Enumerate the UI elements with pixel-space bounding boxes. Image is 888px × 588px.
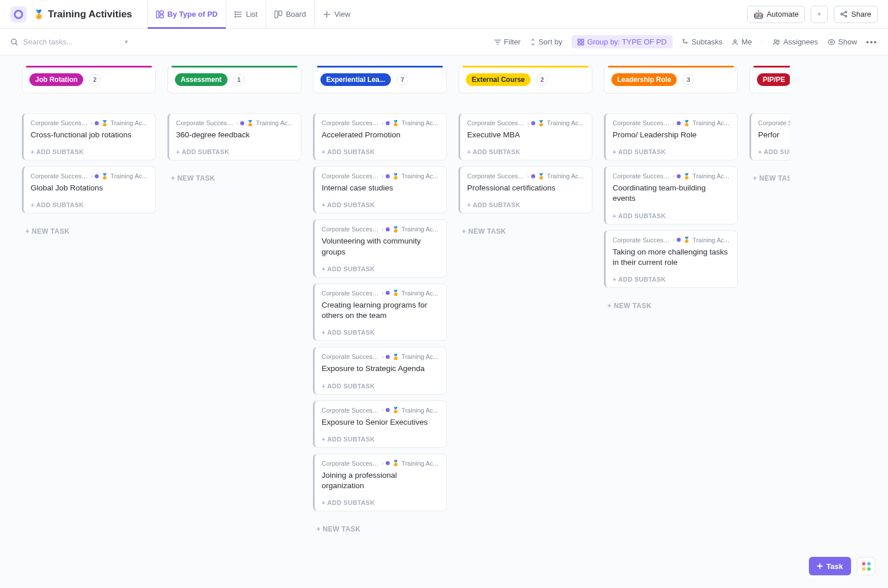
search-input[interactable] [23, 38, 120, 46]
column-header[interactable]: Assessment1 [167, 66, 301, 93]
board: Job Rotation2Corporate Succession ...›🏅T… [0, 55, 888, 546]
add-subtask-button[interactable]: + ADD SUBTASK [613, 212, 730, 219]
add-subtask-button[interactable]: + ADD SUBTASK [322, 499, 439, 506]
svg-point-30 [774, 40, 777, 42]
share-label: Share [851, 10, 871, 18]
column-header[interactable]: Experiential Lea...7 [313, 66, 447, 93]
view-tab-by-type[interactable]: By Type of PD [147, 0, 226, 29]
new-task-button[interactable]: + NEW TASK [458, 225, 592, 238]
chevron-right-icon: › [382, 460, 383, 466]
task-card[interactable]: Corporate Succession ...›🏅Training Ac...… [458, 113, 592, 160]
medal-icon: 🏅 [247, 120, 253, 126]
add-subtask-button[interactable]: + ADD SUBTASK [758, 148, 790, 155]
chevron-right-icon: › [382, 407, 383, 413]
task-card[interactable]: Corporate Succession ...›🏅Training Ac...… [749, 113, 790, 160]
card-title: Exposure to Strategic Agenda [322, 364, 439, 374]
breadcrumb-parent: Corporate Succession ... [613, 119, 670, 126]
add-subtask-button[interactable]: + ADD SUBTASK [176, 148, 294, 155]
share-button[interactable]: Share [834, 6, 878, 23]
more-button[interactable]: ••• [866, 38, 878, 46]
sort-label: Sort by [539, 38, 562, 46]
new-task-button[interactable]: + NEW TASK [22, 225, 156, 238]
add-subtask-button[interactable]: + ADD SUBTASK [322, 201, 439, 208]
task-card[interactable]: Corporate Succession ...›🏅Training Ac...… [313, 454, 447, 511]
task-card[interactable]: Corporate Succession ...›🏅Training Ac...… [167, 113, 301, 160]
sort-button[interactable]: Sort by [530, 38, 562, 46]
new-task-button[interactable]: + NEW TASK [167, 172, 301, 185]
column-accent-line [608, 66, 734, 68]
task-card[interactable]: Corporate Succession ...›🏅Training Ac...… [313, 283, 447, 341]
task-card[interactable]: Corporate Succession ...›🏅Training Ac...… [604, 230, 738, 288]
app-logo[interactable] [10, 6, 27, 23]
task-card[interactable]: Corporate Succession ...›🏅Training Ac...… [313, 113, 447, 160]
breadcrumb-child: Training Ac... [110, 119, 147, 126]
view-tab-list[interactable]: List [226, 0, 266, 29]
new-task-button[interactable]: Task [809, 557, 851, 575]
card-breadcrumb: Corporate Succession ...›🏅Training Ac... [322, 119, 439, 126]
add-subtask-button[interactable]: + ADD SUBTASK [613, 148, 730, 155]
column-count-badge: 1 [233, 74, 245, 85]
chevron-down-icon[interactable]: ▾ [125, 38, 128, 46]
task-card[interactable]: Corporate Succession ...›🏅Training Ac...… [313, 166, 447, 214]
apps-button[interactable] [857, 557, 875, 575]
task-card[interactable]: Corporate Succession ...›🏅Training Ac...… [604, 166, 738, 224]
add-subtask-button[interactable]: + ADD SUBTASK [31, 201, 148, 208]
add-subtask-button[interactable]: + ADD SUBTASK [613, 276, 730, 283]
page-title: 🏅 Training Activities [33, 9, 132, 20]
new-task-button[interactable]: + NEW TASK [749, 172, 790, 185]
column-tag: External Course [466, 73, 531, 86]
card-breadcrumb: Corporate Succession ...›🏅Training Ac... [176, 119, 294, 126]
add-subtask-button[interactable]: + ADD SUBTASK [322, 329, 439, 336]
show-button[interactable]: Show [827, 38, 857, 46]
card-breadcrumb: Corporate Succession ...›🏅Training Ac... [322, 173, 439, 179]
status-dot-icon [95, 174, 99, 178]
filter-button[interactable]: Filter [494, 38, 521, 46]
view-tab-label: View [334, 10, 350, 18]
subtasks-button[interactable]: Subtasks [682, 38, 722, 46]
subtasks-label: Subtasks [692, 38, 722, 46]
task-card[interactable]: Corporate Succession ...›🏅Training Ac...… [313, 219, 447, 277]
add-subtask-button[interactable]: + ADD SUBTASK [31, 148, 148, 155]
task-card[interactable]: Corporate Succession ...›🏅Training Ac...… [458, 166, 592, 214]
column-header[interactable]: Job Rotation2 [22, 66, 156, 93]
more-icon: ••• [866, 38, 878, 46]
card-breadcrumb: Corporate Succession ...›🏅Training Ac... [758, 119, 790, 126]
assignees-button[interactable]: Assignees [773, 38, 818, 46]
status-dot-icon [386, 174, 390, 178]
automate-dropdown-button[interactable]: ▾ [811, 6, 828, 23]
add-subtask-button[interactable]: + ADD SUBTASK [322, 436, 439, 443]
new-task-button[interactable]: + NEW TASK [604, 299, 738, 312]
new-task-button[interactable]: + NEW TASK [313, 523, 447, 535]
task-card[interactable]: Corporate Succession ...›🏅Training Ac...… [22, 113, 156, 160]
card-title: Joining a professional organization [322, 470, 439, 491]
group-by-button[interactable]: Group by: TYPE OF PD [572, 35, 673, 48]
task-card[interactable]: Corporate Succession ...›🏅Training Ac...… [313, 400, 447, 448]
task-card[interactable]: Corporate Succession ...›🏅Training Ac...… [604, 113, 738, 160]
breadcrumb-parent: Corporate Succession ... [31, 119, 88, 126]
me-button[interactable]: Me [732, 38, 752, 46]
breadcrumb-child: Training Ac... [401, 290, 438, 297]
automate-button[interactable]: 🤖 Automate [747, 6, 805, 23]
view-tab-label: Board [286, 10, 306, 18]
breadcrumb-child: Training Ac... [401, 407, 438, 414]
board-column: Job Rotation2Corporate Succession ...›🏅T… [22, 66, 156, 238]
add-subtask-button[interactable]: + ADD SUBTASK [322, 383, 439, 389]
breadcrumb-child: Training Ac... [256, 119, 293, 126]
view-tab-board[interactable]: Board [266, 0, 314, 29]
add-subtask-button[interactable]: + ADD SUBTASK [322, 148, 439, 155]
view-tab-add[interactable]: View [314, 0, 359, 29]
svg-rect-9 [275, 11, 278, 18]
card-title: Cross-functional job rotations [31, 130, 148, 140]
task-card[interactable]: Corporate Succession ...›🏅Training Ac...… [22, 166, 156, 214]
column-header[interactable]: PIP/PE [749, 66, 790, 93]
card-title: Perfor [758, 130, 790, 140]
chevron-right-icon: › [382, 354, 383, 360]
column-header[interactable]: Leadership Role3 [604, 66, 738, 93]
add-subtask-button[interactable]: + ADD SUBTASK [322, 265, 439, 272]
add-subtask-button[interactable]: + ADD SUBTASK [467, 148, 585, 155]
add-subtask-button[interactable]: + ADD SUBTASK [467, 201, 585, 208]
task-card[interactable]: Corporate Succession ...›🏅Training Ac...… [313, 347, 447, 394]
column-header[interactable]: External Course2 [458, 66, 592, 93]
header-bar: 🏅 Training Activities By Type of PD List [0, 0, 888, 29]
svg-rect-0 [156, 11, 159, 18]
